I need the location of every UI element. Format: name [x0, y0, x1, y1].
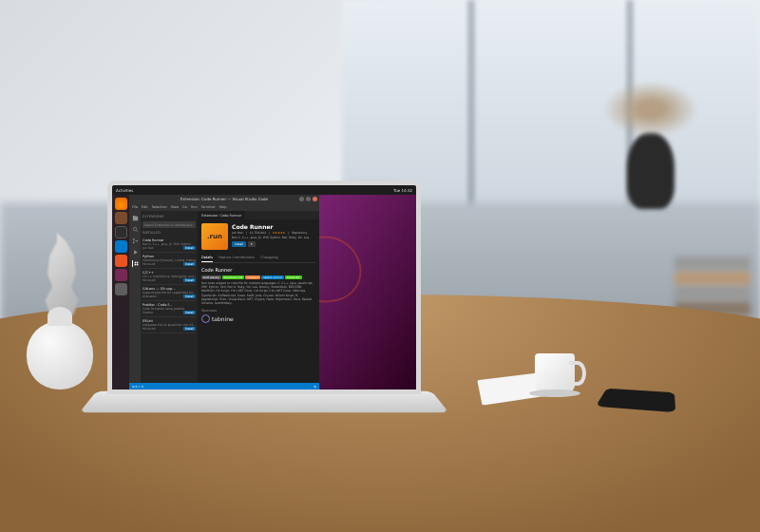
activity-bar: [129, 211, 141, 383]
svg-rect-6: [134, 264, 136, 266]
editor-area: Extension: Code Runner .run Code Runner …: [198, 211, 319, 383]
extension-list-item[interactable]: ESLintIntegrates ESLint JavaScript into …: [142, 317, 196, 333]
extension-list-item[interactable]: Code RunnerRun C, C++, Java, JS, PHP, Py…: [142, 237, 196, 253]
svg-point-1: [132, 238, 134, 240]
vase-white: [27, 321, 93, 390]
tab-contributions[interactable]: Feature Contributions: [218, 254, 255, 262]
svg-rect-4: [134, 262, 136, 264]
extension-author[interactable]: Jun Han: [232, 231, 243, 235]
sponsor-tabnine[interactable]: tabnine: [201, 314, 315, 323]
extension-tagline: Run C, C++, Java, JS, PHP, Python, Perl,…: [232, 236, 315, 239]
vscode-menubar: File Edit Selection View Go Run Terminal…: [129, 203, 319, 211]
menu-edit[interactable]: Edit: [142, 205, 148, 209]
menu-run[interactable]: Run: [191, 205, 198, 209]
badge: build passing: [201, 276, 221, 279]
search-input[interactable]: Search Extensions in Marketplace: [142, 221, 196, 228]
minimize-button[interactable]: [299, 197, 304, 201]
extension-list-item[interactable]: GitLens — Git sup...Supercharge the Git …: [142, 285, 196, 301]
status-settings-icon[interactable]: ⚙: [314, 385, 316, 389]
laptop-keyboard: [80, 391, 449, 413]
firefox-icon[interactable]: [115, 198, 127, 210]
close-button[interactable]: [313, 197, 317, 201]
tabnine-icon: [201, 314, 210, 323]
status-bar[interactable]: ⊘ 0 ⚠ 0 ⚙: [129, 383, 319, 390]
tab-changelog[interactable]: Changelog: [260, 254, 278, 262]
repo-link[interactable]: Repository: [292, 231, 307, 235]
readme-title: Code Runner: [201, 267, 315, 273]
editor-tabs: Extension: Code Runner: [198, 211, 319, 219]
svg-point-2: [132, 241, 134, 243]
extension-name: Code Runner: [232, 223, 315, 230]
svg-rect-7: [136, 264, 138, 266]
vase-dark: [627, 133, 674, 209]
laptop-screen: Activities Tue 14:32 Extension: Code Run…: [107, 180, 421, 394]
status-problems[interactable]: ⊘ 0 ⚠ 0: [132, 385, 143, 389]
settings-icon[interactable]: [115, 283, 127, 295]
extensions-sidebar: Extensions Search Extensions in Marketpl…: [141, 211, 198, 383]
source-control-icon[interactable]: [132, 238, 139, 244]
debug-icon[interactable]: [132, 249, 139, 256]
rating-stars[interactable]: ★★★★★: [273, 231, 285, 235]
menu-go[interactable]: Go: [182, 205, 187, 209]
menu-terminal[interactable]: Terminal: [201, 205, 216, 209]
tab-extension[interactable]: Extension: Code Runner: [198, 211, 245, 219]
installed-header: INSTALLED: [142, 229, 196, 237]
badge-row: build passing downloads 12M rating 4.5 v…: [201, 276, 315, 279]
sponsor-label: Sponsors: [201, 309, 315, 313]
svg-point-3: [136, 240, 138, 242]
extensions-icon[interactable]: [132, 260, 139, 267]
activities-button[interactable]: Activities: [116, 188, 133, 193]
detail-tabs: Details Feature Contributions Changelog: [201, 254, 315, 263]
menu-selection[interactable]: Selection: [152, 205, 167, 209]
vscode-icon[interactable]: [115, 240, 127, 253]
maximize-button[interactable]: [306, 197, 311, 201]
clock[interactable]: Tue 14:32: [393, 188, 412, 193]
sidebar-header: Extensions: [142, 213, 196, 220]
extension-logo: .run: [201, 223, 228, 250]
extension-list-item[interactable]: Prettier - Code f...Code formatter using…: [142, 301, 196, 317]
badge: license MIT: [285, 276, 302, 279]
extension-list-item[interactable]: C/C++C/C++ IntelliSense, debugging, and …: [142, 269, 196, 285]
files-icon[interactable]: [115, 212, 127, 224]
vscode-window: Extension: Code Runner — Visual Studio C…: [129, 195, 319, 390]
tab-details[interactable]: Details: [201, 254, 213, 262]
software-icon[interactable]: [115, 255, 127, 267]
sponsor-section: Sponsors tabnine: [201, 309, 315, 323]
badge: version v0.11.6: [261, 276, 283, 279]
svg-point-0: [133, 227, 137, 231]
install-button[interactable]: Install: [232, 241, 246, 247]
menu-help[interactable]: Help: [218, 205, 226, 209]
readme-body: Run code snippet or code file for multip…: [201, 281, 315, 305]
install-count: 12,759,942: [250, 231, 266, 235]
badge: downloads 12M: [222, 276, 245, 279]
tabnine-name: tabnine: [212, 315, 234, 322]
extension-header: .run Code Runner Jun Han | 12,759,942 | …: [201, 223, 315, 250]
window-title: Extension: Code Runner — Visual Studio C…: [180, 197, 268, 201]
vscode-titlebar[interactable]: Extension: Code Runner — Visual Studio C…: [129, 195, 319, 203]
help-icon[interactable]: [115, 269, 127, 281]
install-dropdown[interactable]: ▾: [248, 241, 256, 247]
laptop: Activities Tue 14:32 Extension: Code Run…: [107, 176, 421, 423]
badge: rating 4.5: [245, 276, 260, 279]
terminal-icon[interactable]: [115, 226, 127, 238]
extension-list-item[interactable]: PythonIntelliSense (Pylance), Linting, D…: [142, 253, 196, 269]
coffee-mug: [535, 353, 575, 391]
search-icon[interactable]: [132, 226, 139, 233]
menu-file[interactable]: File: [132, 205, 138, 209]
room-scene: Activities Tue 14:32 Extension: Code Run…: [0, 0, 760, 532]
gnome-topbar[interactable]: Activities Tue 14:32: [112, 185, 416, 195]
menu-view[interactable]: View: [171, 205, 179, 209]
explorer-icon[interactable]: [132, 215, 139, 221]
svg-rect-5: [136, 262, 138, 264]
ubuntu-dock: [112, 195, 129, 390]
